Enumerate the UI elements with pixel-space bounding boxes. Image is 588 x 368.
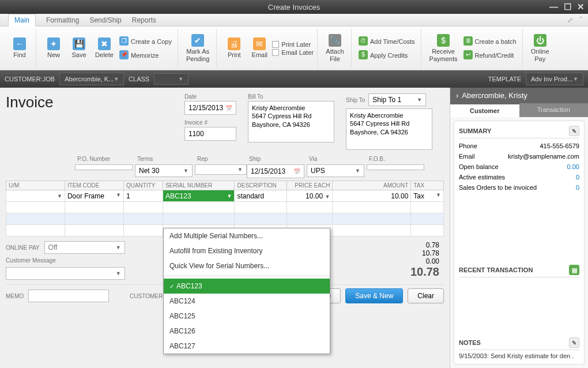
via-dropdown[interactable]: UPS▼ <box>307 164 364 177</box>
chevron-down-icon: ▼ <box>238 167 243 172</box>
online-pay-button[interactable]: ⏻Online Pay <box>527 33 553 63</box>
save-new-button[interactable]: Save & New <box>345 288 403 303</box>
close-icon[interactable]: ✕ <box>577 2 585 12</box>
print-button[interactable]: 🖨Print <box>221 36 247 59</box>
customer-message-dropdown[interactable]: ▼ <box>6 267 125 280</box>
clock-icon: ⏱ <box>359 36 368 46</box>
qty-cell[interactable]: 1 <box>123 190 163 202</box>
line-row-empty[interactable] <box>6 202 444 213</box>
popup-serial-option[interactable]: ABC127 <box>164 339 330 354</box>
popup-quickview[interactable]: Quick View for Serial Numbers... <box>164 258 330 273</box>
panel-tab-transaction[interactable]: Transaction <box>519 103 589 117</box>
line-row-empty[interactable] <box>6 213 444 225</box>
fob-input[interactable] <box>367 164 424 170</box>
email-button[interactable]: ✉Email <box>247 36 272 59</box>
pencil-icon[interactable]: ✎ <box>569 337 579 348</box>
check-circle-icon: ✔ <box>191 34 204 47</box>
mark-pending-button[interactable]: ✔Mark As Pending <box>183 33 213 63</box>
email-later-checkbox[interactable]: Email Later <box>272 49 314 56</box>
popup-serial-option[interactable]: ABC123 <box>164 279 330 294</box>
refund-credit-button[interactable]: ↩Refund/Credit <box>461 49 519 62</box>
memorize-button[interactable]: 📌Memorize <box>117 49 174 62</box>
ribbon-tab-main[interactable]: Main <box>8 14 36 27</box>
window-titlebar: Create Invoices — ☐ ✕ <box>0 0 588 14</box>
ribbon-tab-formatting[interactable]: Formatting <box>46 16 79 24</box>
new-button[interactable]: ✦New <box>41 36 66 59</box>
chevron-down-icon: ▼ <box>573 76 578 82</box>
class-label: CLASS <box>129 76 149 82</box>
template-dropdown[interactable]: Adv Inv Prod...▼ <box>526 73 583 85</box>
date-label: Date <box>184 93 236 100</box>
delete-button[interactable]: ✖Delete <box>92 36 117 59</box>
col-item: ITEM CODE <box>65 181 123 190</box>
find-button[interactable]: ← Find <box>7 36 32 59</box>
money-icon: $ <box>437 34 450 47</box>
maximize-icon[interactable]: ☐ <box>564 2 571 12</box>
sales-orders-value[interactable]: 0 <box>576 184 579 191</box>
bill-to-label: Bill To <box>248 93 334 100</box>
po-input[interactable] <box>75 164 133 170</box>
item-cell[interactable]: Door Frame▼ <box>65 190 123 202</box>
ribbon-tab-bar: Main Formatting Send/Ship Reports ⤢ ˆ <box>0 14 588 27</box>
collapse-ribbon-icon[interactable]: ˆ <box>580 16 582 24</box>
minimize-icon[interactable]: — <box>549 2 558 12</box>
panel-customer-header[interactable]: › Abercrombie, Kristy <box>450 88 588 103</box>
popup-serial-option[interactable]: ABC125 <box>164 309 330 324</box>
arrow-left-icon: ← <box>13 37 26 50</box>
save-button[interactable]: 💾Save <box>66 36 92 59</box>
create-copy-button[interactable]: ❐Create a Copy <box>117 35 174 48</box>
um-cell[interactable]: ▼ <box>6 190 65 202</box>
popup-serial-option[interactable]: ABC126 <box>164 324 330 339</box>
envelope-icon: ✉ <box>253 37 266 50</box>
online-pay-dropdown[interactable]: Off▼ <box>44 241 125 254</box>
customer-job-dropdown[interactable]: Abercrombie, K...▼ <box>59 73 124 85</box>
ship-date-input[interactable]: 12/15/2013 <box>247 164 304 178</box>
col-um: U/M <box>6 181 65 190</box>
create-batch-button[interactable]: ≣Create a batch <box>461 35 519 48</box>
print-later-checkbox[interactable]: Print Later <box>272 41 314 48</box>
ribbon-tab-reports[interactable]: Reports <box>132 16 156 24</box>
rep-dropdown[interactable]: ▼ <box>195 164 247 175</box>
fob-label: F.O.B. <box>367 155 424 163</box>
copy-icon: ❐ <box>119 36 129 46</box>
separator <box>164 276 330 276</box>
invoice-heading: Invoice <box>6 93 173 111</box>
terms-dropdown[interactable]: Net 30▼ <box>135 164 193 177</box>
add-time-costs-button[interactable]: ⏱Add Time/Costs <box>356 35 417 48</box>
serial-cell[interactable]: ABC123▼ <box>163 190 235 202</box>
popup-autofill[interactable]: Autofill from Existing Inventory <box>164 243 330 258</box>
price-cell[interactable]: 10.00 ▼ <box>287 190 333 202</box>
online-pay-label: ONLINE PAY <box>6 245 40 251</box>
panel-tab-customer[interactable]: Customer <box>450 103 519 117</box>
refund-icon: ↩ <box>463 50 473 59</box>
line-row[interactable]: ▼ Door Frame▼ 1 ABC123▼ standard 10.00 ▼… <box>6 190 444 202</box>
open-balance-value[interactable]: 0.00 <box>567 163 579 170</box>
recent-transaction-heading: RECENT TRANSACTION <box>459 266 533 273</box>
receive-payments-button[interactable]: $Receive Payments <box>426 33 461 63</box>
clear-button[interactable]: Clear <box>408 288 444 303</box>
ship-to-dropdown[interactable]: Ship To 1▼ <box>368 93 426 106</box>
ship-to-textarea[interactable]: Kristy Abercrombie 5647 Cypress Hill Rd … <box>346 108 432 150</box>
date-input[interactable]: 12/15/2013 <box>184 101 236 115</box>
popup-serial-option[interactable]: ABC124 <box>164 294 330 309</box>
template-label: TEMPLATE <box>488 76 521 82</box>
active-estimates-value[interactable]: 0 <box>576 174 579 181</box>
ribbon-tab-sendship[interactable]: Send/Ship <box>89 16 121 24</box>
desc-cell[interactable]: standard <box>235 190 287 202</box>
expand-icon[interactable]: ⤢ <box>567 16 573 24</box>
pencil-icon[interactable]: ✎ <box>569 126 579 136</box>
serial-number-dropdown: Add Multiple Serial Numbers... Autofill … <box>163 228 330 354</box>
checkbox-icon <box>272 49 279 56</box>
class-dropdown[interactable]: ▼ <box>154 73 189 85</box>
chevron-down-icon: ▼ <box>325 194 330 200</box>
ship-label: Ship <box>247 155 304 163</box>
report-icon[interactable]: ▤ <box>569 265 579 275</box>
bill-to-textarea[interactable]: Kristy Abercrombie 5647 Cypress Hill Rd … <box>248 101 334 142</box>
attach-file-button[interactable]: 📎Attach File <box>322 33 348 63</box>
popup-add-multiple[interactable]: Add Multiple Serial Numbers... <box>164 228 330 243</box>
invoice-no-input[interactable]: 1100 <box>184 127 236 141</box>
amount-cell[interactable]: 10.00 <box>333 190 411 202</box>
apply-credits-button[interactable]: $Apply Credits <box>356 49 417 62</box>
memo-input[interactable] <box>28 290 109 302</box>
tax-cell[interactable]: Tax▼ <box>411 190 444 202</box>
